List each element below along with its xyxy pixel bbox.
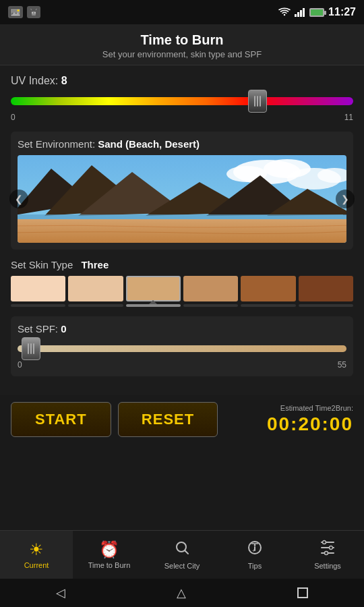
skin-swatch-3[interactable]: [126, 276, 181, 301]
system-navigation: ◁ △: [0, 579, 364, 607]
skin-type-label: Set Skin Type Three: [11, 259, 353, 270]
uv-slider-thumb[interactable]: [248, 90, 267, 113]
uv-slider-container[interactable]: [11, 91, 353, 111]
spf-range: 0 55: [18, 360, 346, 370]
settings-icon: [320, 540, 336, 560]
svg-line-10: [36, 9, 37, 10]
bottom-nav: ☀ Current ⏰ Time to Burn Select City + T…: [0, 530, 364, 579]
svg-point-8: [34, 12, 36, 13]
uv-range: 0 11: [11, 113, 353, 122]
status-bar: 11:27: [0, 0, 364, 24]
svg-point-39: [330, 546, 333, 550]
reset-button[interactable]: RESET: [118, 402, 218, 437]
svg-line-30: [185, 551, 189, 554]
skin-swatch-4[interactable]: [183, 276, 238, 301]
environment-image: [18, 155, 346, 243]
svg-rect-6: [32, 11, 36, 16]
skin-swatches-container: [11, 276, 353, 301]
page-title: Time to Burn: [0, 32, 364, 48]
svg-rect-14: [303, 8, 305, 17]
selectcity-icon: [174, 540, 190, 560]
spf-slider-thumb[interactable]: [22, 337, 40, 360]
current-icon: ☀: [29, 540, 44, 559]
spf-slider-container[interactable]: [18, 339, 346, 359]
svg-text:+: +: [252, 548, 255, 554]
android-icon: [27, 6, 40, 18]
battery-icon: [309, 8, 324, 17]
clock-display: 11:27: [328, 6, 356, 18]
nav-item-tips[interactable]: + Tips: [218, 531, 291, 579]
environment-prev-button[interactable]: ❮: [9, 190, 28, 208]
skin-swatch-1[interactable]: [11, 276, 65, 301]
svg-rect-11: [295, 14, 297, 17]
gallery-icon: [8, 6, 23, 18]
nav-label-selectcity: Select City: [164, 562, 200, 570]
nav-item-settings[interactable]: Settings: [291, 531, 364, 579]
svg-point-37: [323, 541, 326, 544]
uv-value: 8: [61, 75, 67, 86]
environment-svg: [18, 155, 346, 243]
wifi-icon: [278, 7, 291, 17]
nav-label-timetobrun: Time to Burn: [88, 561, 131, 569]
environment-label: Set Environment: Sand (Beach, Desert): [18, 138, 346, 150]
main-content: UV Index: 8 0 11 Set Environment: San: [0, 65, 364, 395]
spf-slider-track[interactable]: [18, 345, 346, 352]
skin-type-section: Set Skin Type Three: [11, 259, 353, 307]
svg-rect-27: [18, 214, 346, 220]
environment-section: Set Environment: Sand (Beach, Desert) ❮: [11, 132, 353, 250]
uv-section: UV Index: 8 0 11: [11, 75, 353, 122]
nav-label-tips: Tips: [248, 562, 262, 570]
svg-point-4: [18, 9, 20, 11]
environment-image-wrapper: ❮: [18, 155, 346, 243]
svg-line-9: [31, 9, 32, 10]
svg-rect-28: [18, 219, 346, 243]
nav-item-current[interactable]: ☀ Current: [0, 531, 73, 579]
svg-point-41: [325, 552, 328, 555]
tips-icon: +: [247, 540, 263, 560]
environment-value: Sand (Beach, Desert): [98, 138, 200, 150]
skin-swatch-2[interactable]: [68, 276, 123, 301]
svg-rect-13: [300, 10, 302, 17]
nav-item-timetobrun[interactable]: ⏰ Time to Burn: [73, 531, 146, 579]
status-right: 11:27: [278, 6, 356, 18]
nav-label-current: Current: [24, 561, 49, 569]
spf-label: Set SPF: 0: [18, 323, 346, 335]
skin-swatch-6[interactable]: [299, 276, 353, 301]
timer-display: Estimated Time2Brun: 00:20:00: [224, 404, 353, 435]
environment-next-button[interactable]: ❯: [336, 190, 355, 208]
spf-value: 0: [61, 323, 66, 335]
nav-label-settings: Settings: [314, 562, 341, 570]
action-section: START RESET Estimated Time2Brun: 00:20:0…: [0, 395, 364, 444]
timetobrun-icon: ⏰: [99, 540, 119, 559]
uv-slider-track[interactable]: [11, 97, 353, 105]
nav-item-selectcity[interactable]: Select City: [146, 531, 218, 579]
status-left-icons: [8, 6, 40, 18]
svg-rect-12: [297, 12, 299, 17]
timer-value: 00:20:00: [224, 413, 353, 435]
signal-icon: [295, 7, 305, 17]
start-button[interactable]: START: [11, 402, 111, 437]
page-subtitle: Set your environment, skin type and SPF: [0, 49, 364, 59]
skin-type-value: Three: [81, 259, 109, 270]
timer-label: Estimated Time2Brun:: [224, 404, 353, 412]
svg-point-7: [32, 12, 33, 13]
skin-swatch-indicator: [11, 304, 353, 307]
uv-label: UV Index: 8: [11, 75, 353, 87]
page-header: Time to Burn Set your environment, skin …: [0, 24, 364, 65]
home-button[interactable]: △: [177, 585, 186, 600]
spf-section: Set SPF: 0 0 55: [11, 316, 353, 376]
back-button[interactable]: ◁: [56, 585, 65, 600]
skin-swatch-5[interactable]: [241, 276, 295, 301]
recents-button[interactable]: [297, 587, 308, 598]
